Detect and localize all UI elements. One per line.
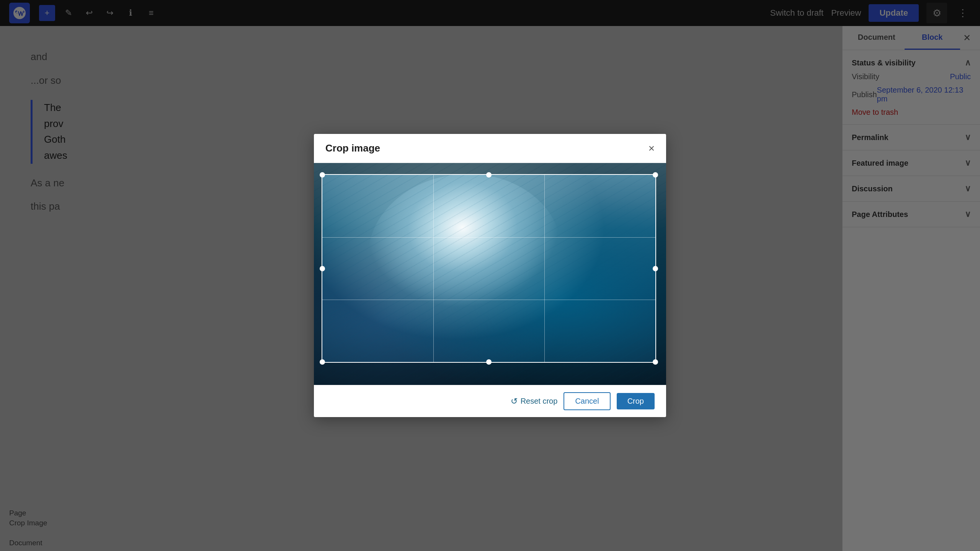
crop-handle-bottom-left[interactable] — [320, 359, 325, 365]
crop-container[interactable] — [314, 163, 666, 385]
modal-header: Crop image × — [314, 134, 666, 163]
crop-handle-mid-right[interactable] — [653, 266, 658, 271]
crop-handle-top-left[interactable] — [320, 172, 325, 178]
reset-crop-label: Reset crop — [521, 397, 558, 406]
crop-selection[interactable] — [322, 174, 656, 363]
crop-grid-h2 — [322, 300, 655, 300]
modal-title: Crop image — [325, 142, 380, 154]
cancel-button[interactable]: Cancel — [564, 392, 610, 410]
modal-footer: ↺ Reset crop Cancel Crop — [314, 385, 666, 417]
crop-handle-top-right[interactable] — [653, 172, 658, 178]
crop-grid-v1 — [433, 175, 434, 362]
crop-button[interactable]: Crop — [617, 393, 655, 409]
crop-grid-h1 — [322, 237, 655, 238]
reset-crop-button[interactable]: ↺ Reset crop — [511, 396, 558, 406]
crop-handle-top-mid[interactable] — [486, 172, 492, 178]
crop-handle-mid-left[interactable] — [320, 266, 325, 271]
crop-grid — [322, 175, 655, 362]
crop-image-modal: Crop image × — [314, 134, 666, 417]
crop-handle-bottom-right[interactable] — [653, 359, 658, 365]
modal-close-button[interactable]: × — [648, 143, 655, 154]
crop-handle-bottom-mid[interactable] — [486, 359, 492, 365]
modal-overlay[interactable]: Crop image × — [0, 0, 980, 551]
modal-image-area — [314, 163, 666, 385]
reset-icon: ↺ — [511, 396, 518, 406]
crop-outside-bottom — [314, 363, 666, 385]
crop-grid-v2 — [544, 175, 545, 362]
